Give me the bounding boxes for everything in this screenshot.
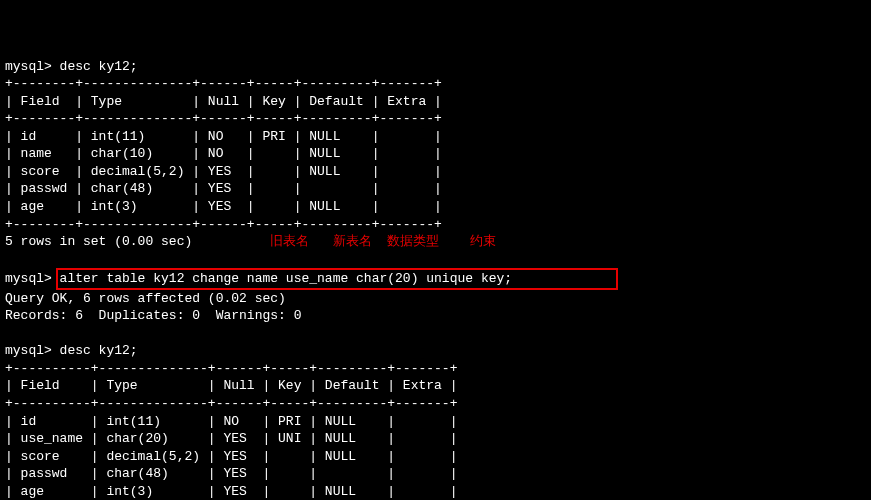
mysql-prompt[interactable]: mysql> desc ky12; <box>5 59 138 74</box>
table-row: | score | decimal(5,2) | YES | | NULL | … <box>5 449 457 464</box>
table-separator: +--------+--------------+------+-----+--… <box>5 217 442 232</box>
command-text: desc ky12; <box>60 343 138 358</box>
table-separator: +----------+--------------+------+-----+… <box>5 361 457 376</box>
table-row: | age | int(3) | YES | | NULL | | <box>5 484 457 499</box>
command-text: alter table ky12 change name use_name ch… <box>60 271 512 286</box>
table-header: | Field | Type | Null | Key | Default | … <box>5 94 442 109</box>
table-separator: +----------+--------------+------+-----+… <box>5 396 457 411</box>
table-row: | age | int(3) | YES | | NULL | | <box>5 199 442 214</box>
annotation-new-name: 新表名 <box>333 234 372 249</box>
terminal-output: mysql> desc ky12; +--------+------------… <box>5 58 871 500</box>
table-row: | id | int(11) | NO | PRI | NULL | | <box>5 129 442 144</box>
annotation-datatype: 数据类型 <box>387 234 439 249</box>
query-ok-message: Query OK, 6 rows affected (0.02 sec) <box>5 291 286 306</box>
annotation-constraint: 约束 <box>470 234 496 249</box>
table-separator: +--------+--------------+------+-----+--… <box>5 111 442 126</box>
annotation-old-name: 旧表名 <box>270 234 309 249</box>
records-summary: Records: 6 Duplicates: 0 Warnings: 0 <box>5 308 301 323</box>
table-row: | score | decimal(5,2) | YES | | NULL | … <box>5 164 442 179</box>
highlighted-command: alter table ky12 change name use_name ch… <box>56 268 618 290</box>
command-text: desc ky12; <box>60 59 138 74</box>
table-separator: +--------+--------------+------+-----+--… <box>5 76 442 91</box>
table-row: | id | int(11) | NO | PRI | NULL | | <box>5 414 457 429</box>
table-row: | use_name | char(20) | YES | UNI | NULL… <box>5 431 457 446</box>
table-row: | passwd | char(48) | YES | | | | <box>5 181 442 196</box>
table-header: | Field | Type | Null | Key | Default | … <box>5 378 457 393</box>
mysql-prompt[interactable]: mysql> alter table ky12 change name use_… <box>5 271 618 286</box>
mysql-prompt[interactable]: mysql> desc ky12; <box>5 343 138 358</box>
result-summary: 5 rows in set (0.00 sec) <box>5 234 192 249</box>
table-row: | name | char(10) | NO | | NULL | | <box>5 146 442 161</box>
table-row: | passwd | char(48) | YES | | | | <box>5 466 457 481</box>
